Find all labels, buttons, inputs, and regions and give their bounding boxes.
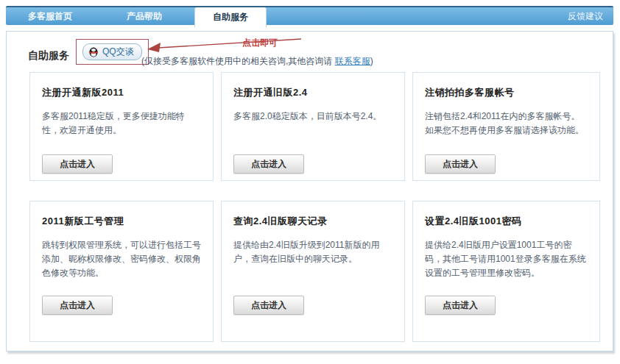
service-note-suffix: ) — [370, 56, 373, 66]
qq-chat-button-label: QQ交谈 — [102, 46, 134, 58]
service-cards-grid: 注册开通新版2011 多客服2011稳定版，更多便捷功能特性，欢迎开通使用。 点… — [29, 72, 600, 342]
service-note-text: (仅接受多客服软件使用中的相关咨询,其他咨询请 — [141, 56, 335, 66]
card-query-chat-history: 查询2.4旧版聊天记录 提供给由2.4旧版升级到2011新版的用户，查询在旧版中… — [221, 201, 405, 342]
enter-button[interactable]: 点击进入 — [42, 154, 113, 174]
top-navbar: 多客服首页 产品帮助 自助服务 反馈建议 — [6, 6, 613, 25]
enter-button[interactable]: 点击进入 — [233, 296, 304, 315]
card-description: 提供给由2.4旧版升级到2011新版的用户，查询在旧版中的聊天记录。 — [233, 238, 392, 266]
card-description: 多客服2011稳定版，更多便捷功能特性，欢迎开通使用。 — [42, 110, 201, 138]
card-staff-id-management: 2011新版工号管理 跳转到权限管理系统，可以进行包括工号添加、昵称权限修改、密… — [29, 201, 214, 342]
annotation: 点击即可 — [145, 34, 318, 57]
card-register-2011: 注册开通新版2011 多客服2011稳定版，更多便捷功能特性，欢迎开通使用。 点… — [29, 72, 214, 181]
card-title: 注册开通新版2011 — [42, 86, 201, 99]
contact-support-link[interactable]: 联系客服 — [335, 56, 370, 66]
arrow-left-icon — [145, 34, 318, 57]
card-title: 注销拍拍多客服帐号 — [425, 86, 588, 99]
tab-self-service[interactable]: 自助服务 — [194, 7, 267, 27]
enter-button[interactable]: 点击进入 — [425, 296, 496, 315]
card-description: 提供给2.4旧版用户设置1001工号的密码，其他工号请用1001登录多客服在系统… — [425, 238, 588, 280]
qq-penguin-icon — [88, 47, 99, 57]
enter-button[interactable]: 点击进入 — [42, 296, 113, 315]
annotation-label: 点击即可 — [242, 37, 278, 49]
card-cancel-account: 注销拍拍多客服帐号 注销包括2.4和2011在内的多客服帐号。如果您不想再使用多… — [412, 72, 600, 181]
page: 多客服首页 产品帮助 自助服务 反馈建议 自助服务 QQ交谈 — [0, 0, 620, 364]
main-panel: 自助服务 QQ交谈 点击即可 (仅接受多客 — [6, 31, 613, 351]
tab-product-help[interactable]: 产品帮助 — [116, 7, 172, 25]
page-title: 自助服务 — [28, 49, 69, 63]
qq-highlight-box: QQ交谈 — [76, 39, 149, 65]
card-title: 查询2.4旧版聊天记录 — [233, 215, 392, 228]
tab-home[interactable]: 多客服首页 — [18, 7, 82, 25]
enter-button[interactable]: 点击进入 — [425, 154, 496, 174]
card-title: 2011新版工号管理 — [42, 215, 201, 228]
card-description: 跳转到权限管理系统，可以进行包括工号添加、昵称权限修改、密码修改、权限角色修改等… — [42, 238, 201, 280]
qq-chat-button[interactable]: QQ交谈 — [82, 43, 142, 60]
card-title: 设置2.4旧版1001密码 — [425, 215, 588, 228]
card-description: 注销包括2.4和2011在内的多客服帐号。如果您不想再使用多客服请选择该功能。 — [425, 110, 588, 138]
card-description: 多客服2.0稳定版本，目前版本号2.4。 — [233, 110, 392, 124]
card-register-2-4: 注册开通旧版2.4 多客服2.0稳定版本，目前版本号2.4。 点击进入 — [221, 72, 405, 181]
feedback-link[interactable]: 反馈建议 — [568, 7, 603, 25]
card-title: 注册开通旧版2.4 — [233, 86, 392, 99]
enter-button[interactable]: 点击进入 — [233, 154, 304, 174]
card-set-1001-password: 设置2.4旧版1001密码 提供给2.4旧版用户设置1001工号的密码，其他工号… — [412, 201, 600, 342]
service-note: (仅接受多客服软件使用中的相关咨询,其他咨询请 联系客服) — [141, 55, 373, 68]
